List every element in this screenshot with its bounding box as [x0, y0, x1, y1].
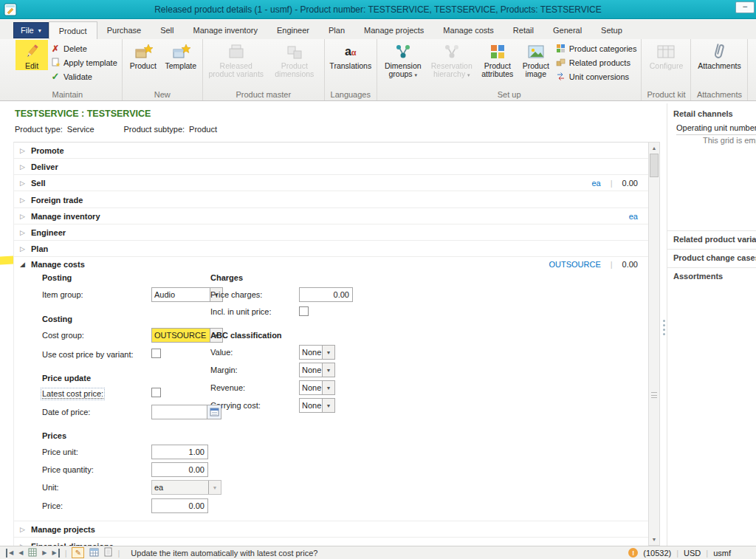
section-deliver[interactable]: ▷ Deliver	[14, 159, 648, 175]
scroll-up-icon[interactable]: ▲	[649, 143, 659, 154]
related-products-button[interactable]: Related products	[554, 56, 639, 69]
expand-arrow-icon: ▷	[20, 163, 31, 171]
unit-conversions-button[interactable]: Unit conversions	[554, 70, 639, 83]
abc-value-combobox[interactable]: None ▼	[299, 345, 335, 360]
latest-cost-price-checkbox[interactable]	[151, 388, 161, 397]
chevron-down-icon: ▼	[322, 399, 334, 412]
incl-unit-price-checkbox[interactable]	[299, 306, 309, 316]
use-cost-price-variant-label: Use cost price by variant:	[42, 350, 134, 359]
company-indicator[interactable]: usmf	[713, 549, 731, 558]
assortments-header[interactable]: Assortments	[667, 267, 756, 281]
minimize-button[interactable]: −	[735, 1, 755, 13]
product-dimensions-button: Product dimensions	[267, 40, 322, 78]
table-view-button[interactable]	[89, 548, 99, 558]
grid-empty-message: This grid is empty	[703, 136, 756, 145]
section-promote[interactable]: ▷ Promote	[14, 143, 648, 159]
attachments-button[interactable]: Attachments	[693, 40, 745, 70]
price-charges-label: Price charges:	[210, 290, 262, 299]
tab-manage-costs[interactable]: Manage costs	[433, 21, 503, 39]
document-button[interactable]	[104, 547, 112, 558]
highlight-marker	[0, 256, 13, 265]
date-picker-button[interactable]	[207, 405, 221, 419]
tab-product[interactable]: Product	[49, 21, 97, 39]
ribbon-group-maintain: Edit ✗ Delete Apply template ✓ Validate	[13, 39, 123, 100]
new-product-button[interactable]: Product	[125, 40, 162, 70]
prices-group-label: Prices	[42, 431, 66, 440]
dimension-groups-icon	[394, 41, 412, 62]
expand-arrow-icon: ▷	[20, 179, 31, 187]
abc-value-label: Value:	[210, 348, 233, 357]
apply-template-icon	[50, 58, 61, 68]
ribbon-group-product-master: Released product variants Product dimens…	[203, 39, 325, 100]
previous-record-button[interactable]: ◀	[18, 549, 23, 558]
tab-manage-inventory[interactable]: Manage inventory	[184, 21, 267, 39]
vertical-scrollbar[interactable]: ▲ ▼	[648, 142, 660, 546]
panel-splitter[interactable]	[662, 103, 667, 546]
section-engineer[interactable]: ▷ Engineer	[14, 224, 648, 241]
price-unit-label: Price unit:	[42, 447, 78, 456]
manage-costs-content: Posting Item group: Audio ▼ Charges Pric…	[14, 271, 648, 521]
edit-mode-indicator[interactable]: ✎	[72, 547, 84, 558]
dimension-groups-button[interactable]: Dimension groups ▾	[379, 40, 427, 79]
price-input[interactable]: 0.00	[151, 498, 208, 513]
retail-channels-header[interactable]: Retail channels	[673, 109, 733, 118]
notifications-icon[interactable]: !	[628, 548, 638, 558]
manage-inventory-unit-value: ea	[629, 212, 638, 221]
unit-label: Unit:	[42, 483, 59, 492]
latest-cost-price-label: Latest cost price:	[42, 389, 103, 399]
tab-manage-projects[interactable]: Manage projects	[354, 21, 433, 39]
next-record-button[interactable]: ▶	[42, 549, 47, 558]
product-image-icon	[527, 41, 545, 62]
first-record-button[interactable]: ◀	[6, 549, 13, 558]
section-manage-inventory[interactable]: ▷ Manage inventory ea	[14, 208, 648, 224]
grid-column-header[interactable]: Operating unit number	[676, 123, 756, 135]
new-template-button[interactable]: Template	[162, 40, 200, 70]
product-categories-button[interactable]: Product categories	[554, 42, 639, 55]
edit-button[interactable]: Edit	[16, 40, 48, 70]
abc-revenue-combobox[interactable]: None ▼	[299, 380, 335, 395]
section-sell[interactable]: ▷ Sell ea | 0.00	[14, 175, 648, 191]
product-subtype-value: Product	[189, 125, 217, 134]
tab-sell[interactable]: Sell	[151, 21, 183, 39]
section-financial-dimensions[interactable]: ▷ Financial dimensions	[14, 538, 648, 546]
notifications-count[interactable]: (10532)	[643, 549, 671, 558]
validate-button[interactable]: ✓ Validate	[48, 70, 120, 83]
tab-engineer[interactable]: Engineer	[267, 21, 319, 39]
tab-general[interactable]: General	[543, 21, 591, 39]
use-cost-price-variant-checkbox[interactable]	[151, 349, 161, 358]
unit-combobox: ea ▼	[151, 480, 221, 495]
ribbon-group-product-kit: Configure Product kit	[642, 39, 691, 100]
apply-template-button[interactable]: Apply template	[48, 56, 120, 69]
tab-plan[interactable]: Plan	[319, 21, 354, 39]
pencil-icon	[23, 41, 41, 62]
price-unit-input[interactable]: 1.00	[151, 445, 208, 459]
section-manage-projects[interactable]: ▷ Manage projects	[14, 521, 648, 538]
product-image-button[interactable]: Product image	[518, 40, 554, 78]
section-manage-costs[interactable]: ◢ Manage costs OUTSOURCE | 0.00	[14, 257, 648, 271]
status-bar: ◀ ◀ ▶ ▶ | ✎ | Update the item automatica…	[0, 546, 756, 559]
product-attributes-button[interactable]: Product attributes	[477, 40, 518, 78]
last-record-button[interactable]: ▶	[52, 549, 59, 558]
related-product-variants-header[interactable]: Related product variants	[667, 230, 756, 244]
product-change-cases-header[interactable]: Product change cases	[667, 249, 756, 262]
abc-margin-combobox[interactable]: None ▼	[299, 363, 335, 377]
tab-setup[interactable]: Setup	[591, 21, 632, 39]
section-foreign-trade[interactable]: ▷ Foreign trade	[14, 192, 648, 208]
date-of-price-input[interactable]	[151, 405, 207, 419]
ribbon-group-label: Languages	[327, 89, 374, 100]
incl-unit-price-label: Incl. in unit price:	[210, 307, 272, 316]
ribbon-group-label: Product master	[205, 89, 322, 100]
tab-purchase[interactable]: Purchase	[97, 21, 151, 39]
scrollbar-thumb[interactable]	[650, 154, 659, 177]
tab-retail[interactable]: Retail	[504, 21, 543, 39]
price-charges-input[interactable]: 0.00	[299, 287, 353, 302]
translations-button[interactable]: aα Translations	[327, 40, 374, 70]
delete-button[interactable]: ✗ Delete	[48, 42, 120, 55]
scroll-down-icon[interactable]: ▼	[649, 534, 659, 545]
file-menu-button[interactable]: File ▾	[13, 22, 49, 38]
section-plan[interactable]: ▷ Plan	[14, 241, 648, 257]
grid-view-button[interactable]	[28, 548, 37, 558]
price-label: Price:	[42, 501, 63, 510]
price-quantity-input[interactable]: 0.00	[151, 462, 208, 477]
abc-carrying-combobox[interactable]: None ▼	[299, 398, 335, 413]
